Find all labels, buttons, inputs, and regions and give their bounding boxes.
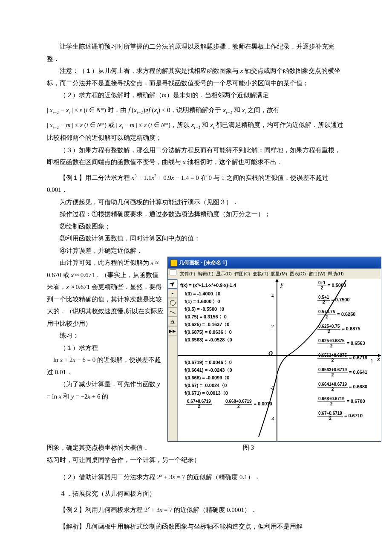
math-expr: x ≈ 0.671 (66, 283, 90, 290)
paragraph: 练习时，可让同桌同学合作，一个计算，另一个纪录） (47, 454, 345, 466)
paragraph: 为方便起见，可借助几何画板的计算功能进行演示（见图３）． (47, 196, 345, 208)
tool-circle[interactable] (168, 298, 177, 307)
practice-note: （为了减少计算量，可先作出函数 y = ln x 和 y = −2x + 6 的 (47, 378, 164, 402)
figure-caption: 图 3 (243, 442, 254, 454)
f-value: f(0.6563) = -0.0528〈0 (184, 335, 232, 344)
midpoint-frac: 0.625+0.68752 = 0.6563 (317, 339, 365, 348)
math-expr: x ≈ 0.671 (71, 272, 95, 278)
paragraph: （３）如果方程有整数解，那么用二分法解方程反而有可能得不到此解；同样地，如果方程… (47, 144, 345, 168)
window-title: 几何画板 - [未命名 1] (179, 258, 227, 268)
text: 轴相切时，这个解也可能求不出． (185, 159, 283, 165)
midpoint-frac: 0.6641+0.67192 = 0.6680 (317, 382, 367, 392)
after-figure-row: 图象，确定其交点横坐标的大概值． 图 3 (47, 442, 345, 454)
text: 的近似解（精确度 0.1）． (185, 474, 260, 480)
midpoint-frac: 0.5+12 = 0.7500 (317, 295, 350, 305)
text: 注意：（１）从几何上看，求方程的解其实是找相应函数图象与 (60, 67, 240, 74)
practice-1-eq: ln x + 2x − 6 = 0 的近似解，使误差不超过 0.01． (47, 354, 164, 378)
text: 的近似解（精确度 0.0001）． (173, 506, 257, 513)
math-expr: xi−1 (191, 121, 201, 128)
tool-text[interactable]: A (168, 317, 177, 326)
menu-item[interactable]: 帮助(H) (328, 269, 343, 278)
gsp-toolbar[interactable]: ➤ A ▶▶ (168, 279, 178, 441)
paragraph: ②绘制函数图象； (47, 220, 345, 233)
gsp-menubar[interactable]: 文件(F) 编辑(E) 显示(D) 作图(C) 变换(T) 度量(M) 图表(G… (168, 269, 381, 279)
gsp-titlebar[interactable]: 几何画板 - [未命名 1] (168, 257, 381, 269)
menu-item[interactable]: 编辑(E) (198, 269, 213, 278)
midpoint-frac: 0.5+0.752 = 0.6250 (317, 310, 355, 319)
tool-arrow[interactable]: ➤ (168, 279, 177, 289)
text: 时，由 (106, 107, 129, 113)
menu-item[interactable]: 图表(G) (290, 269, 306, 278)
math-expr: | xi − m | ≤ ε (i ∈ N*) (116, 121, 170, 128)
example-2: 【例２】利用几何画板求方程 2x + 3x = 7 的近似解（精确度 0.000… (47, 504, 345, 516)
text: 和 (61, 393, 71, 400)
text: 由计算可知，此方程的近似解为 (60, 259, 151, 266)
paragraph: | xi−1 − xi | ≤ ε (i ∈ N*) 时，由 f (xi−1)g… (47, 104, 345, 117)
text: （为了减少计算量，可先作出函数 (60, 381, 157, 387)
gsp-body: ➤ A ▶▶ y x O 4 2 -2 -4 1 (168, 279, 381, 441)
math-expr: | xi−1 − xi | ≤ ε (i ∈ N*) (47, 107, 106, 113)
example-1: 【例１】用二分法求方程 x3 + 1.1x2 + 0.9x − 1.4 = 0 … (47, 172, 345, 196)
math-expr: 2x + 3x = 7 (144, 506, 173, 513)
paragraph: ③利用函数计算函数值，同时计算区间中点的值； (47, 232, 345, 245)
text: 和 (232, 107, 242, 113)
app-icon (170, 260, 177, 266)
menu-item[interactable]: 显示(D) (216, 269, 232, 278)
f-value: f(0.671) = 0.0013〈0 (184, 389, 228, 398)
tool-custom[interactable]: ▶▶ (168, 326, 177, 335)
text: 【例１】用二分法求方程 (60, 174, 132, 181)
text: 和 (201, 121, 210, 128)
math-expr: 2x + 3x = 7 (157, 474, 185, 480)
math-var: m (162, 92, 167, 98)
text-icon: A (170, 316, 174, 327)
figure-3: 几何画板 - [未命名 1] 文件(F) 编辑(E) 显示(D) 作图(C) 变… (167, 257, 381, 442)
text: ，所以 (170, 121, 191, 128)
figure-row: 由计算可知，此方程的近似解为 x ≈ 0.670 或 x ≈ 0.671．（事实… (47, 257, 345, 442)
text: 【例２】利用几何画板求方程 (60, 506, 144, 513)
practice-1: （１）求方程 (47, 342, 164, 354)
midpoint-frac: 0.625+0.752 = 0.6875 (317, 324, 360, 334)
text: 图象，确定其交点横坐标的大概值． (47, 442, 149, 454)
gsp-window: 几何画板 - [未命名 1] 文件(F) 编辑(E) 显示(D) 作图(C) 变… (167, 257, 381, 442)
menu-item[interactable]: 文件(F) (180, 269, 195, 278)
tool-line[interactable] (168, 307, 177, 317)
line-icon (170, 311, 175, 314)
math-expr: y = −2x + 6 (71, 393, 101, 400)
practice-heading: 练习： (47, 330, 164, 342)
arrow-icon: ➤ (167, 278, 178, 290)
midpoint-frac: 0.67+0.67192 (186, 399, 212, 409)
midpoint-frac: 0.67+0.67192 = 0.6710 (317, 411, 363, 421)
paragraph: 注意：（１）从几何上看，求方程的解其实是找相应函数图象与 x 轴交点或两个函数图… (47, 65, 345, 89)
text: （２）借助计算器用二分法求方程 (60, 474, 157, 480)
text: 或 (61, 272, 71, 278)
menu-item[interactable]: 窗口(W) (308, 269, 326, 278)
analysis: 【解析】几何画板中用解析式绘制的函数图象与坐标轴不能构造交点，但利用不是用解 (47, 520, 345, 533)
math-expr: ln x + 2x − 6 = 0 (53, 356, 95, 363)
menu-item[interactable]: 度量(M) (271, 269, 287, 278)
left-column: 由计算可知，此方程的近似解为 x ≈ 0.670 或 x ≈ 0.671．（事实… (47, 257, 164, 402)
midpoint-frac: 0.6563+0.67192 = 0.6641 (317, 368, 367, 377)
math-expr: xi (242, 107, 246, 113)
tool-point[interactable] (168, 289, 177, 298)
midpoint-frac: 0+12 = 0.5000 (317, 281, 346, 290)
function-def: f(x) = (x³+1.1·x²+0.9·x)-1.4 (180, 281, 236, 290)
doc-icon (170, 269, 176, 275)
math-expr: f (xi−1)gf (xi) < 0 (128, 107, 170, 113)
menu-item[interactable]: 变换(T) (253, 269, 268, 278)
text: ）是未知的．当相邻两个近似解满足 (167, 92, 269, 98)
text: ，说明精确解介于 (170, 107, 223, 113)
math-expr: xi (210, 121, 214, 128)
practice-2: （２）借助计算器用二分法求方程 2x + 3x = 7 的近似解（精确度 0.1… (47, 471, 345, 483)
paragraph: 操作过程：①根据精确度要求，通过参数选项选择精确度（如万分之一）； (47, 208, 345, 220)
menu-item[interactable]: 作图(C) (234, 269, 250, 278)
circle-icon (170, 300, 176, 306)
midpoint-frac: 0.6563+0.68752 = 0.6719 (317, 353, 367, 363)
text: 或 (107, 121, 116, 128)
math-expr: x3 + 1.1x2 + 0.9x − 1.4 = 0 (132, 174, 199, 181)
section-4: ４．拓展探究（从几何画板方面） (47, 488, 345, 500)
paragraph: 由计算可知，此方程的近似解为 x ≈ 0.670 或 x ≈ 0.671．（事实… (47, 257, 164, 330)
gsp-canvas[interactable]: y x O 4 2 -2 -4 1 f(x) = (x³+1.1·x²+0.9·… (178, 279, 381, 441)
dot-icon (172, 293, 173, 294)
math-expr: | xi−1 − m | ≤ ε (i ∈ N*) (47, 121, 107, 128)
paragraph: | xi−1 − m | ≤ ε (i ∈ N*) 或 | xi − m | ≤… (47, 119, 345, 144)
